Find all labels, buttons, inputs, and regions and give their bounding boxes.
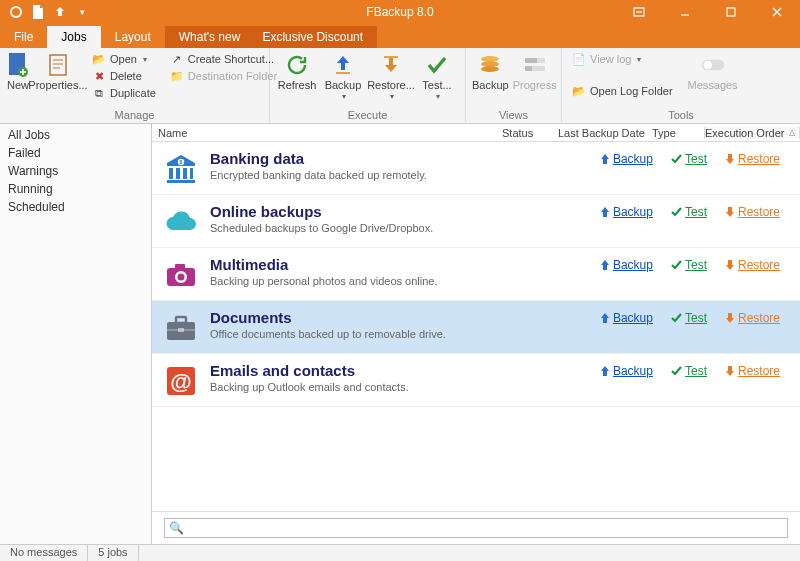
create-shortcut-button[interactable]: ↗Create Shortcut...	[166, 51, 281, 67]
app-icon	[8, 4, 24, 20]
progress-button[interactable]: Progress	[513, 51, 557, 91]
upload-arrow-icon	[331, 53, 355, 77]
job-test-link[interactable]: Test	[671, 205, 707, 219]
shortcut-icon: ↗	[170, 52, 184, 66]
svg-text:@: @	[170, 369, 191, 394]
properties-button[interactable]: Properties...	[34, 51, 82, 91]
filter-failed[interactable]: Failed	[0, 144, 151, 162]
title-bar: ▾ FBackup 8.0	[0, 0, 800, 24]
column-header: Name Status Last Backup Date Type Execut…	[152, 124, 800, 142]
job-row[interactable]: Online backupsScheduled backups to Googl…	[152, 195, 800, 248]
job-list: $Banking dataEncrypted banking data back…	[152, 142, 800, 511]
filter-all-jobs[interactable]: All Jobs	[0, 126, 151, 144]
svg-rect-4	[727, 8, 735, 16]
minimize-icon[interactable]	[662, 0, 708, 24]
job-actions: BackupTestRestore	[600, 150, 788, 166]
view-log-button[interactable]: 📄View log▾	[568, 51, 677, 67]
open-log-folder-button[interactable]: 📂Open Log Folder	[568, 83, 677, 99]
job-restore-link[interactable]: Restore	[725, 311, 780, 325]
tab-jobs[interactable]: Jobs	[47, 26, 100, 48]
col-name[interactable]: Name	[152, 127, 502, 139]
briefcase-icon	[164, 311, 198, 345]
tab-strip: File Jobs Layout What's new Exclusive Di…	[0, 24, 800, 48]
content: Name Status Last Backup Date Type Execut…	[152, 124, 800, 544]
job-backup-link[interactable]: Backup	[600, 311, 653, 325]
backup-view-button[interactable]: Backup	[472, 51, 509, 91]
backup-button[interactable]: Backup▾	[322, 51, 364, 102]
job-desc: Scheduled backups to Google Drive/Dropbo…	[210, 222, 588, 234]
filter-running[interactable]: Running	[0, 180, 151, 198]
folder-log-icon: 📂	[572, 84, 586, 98]
search-input[interactable]	[188, 522, 783, 534]
svg-rect-32	[175, 264, 185, 269]
delete-button[interactable]: ✖Delete	[88, 68, 160, 84]
open-button[interactable]: 📂Open▾	[88, 51, 160, 67]
tab-file[interactable]: File	[0, 26, 47, 48]
destination-folder-button[interactable]: 📁Destination Folder	[166, 68, 281, 84]
job-row[interactable]: DocumentsOffice documents backed up to r…	[152, 301, 800, 354]
svg-point-34	[178, 274, 185, 281]
col-exec-order[interactable]: Execution Order△	[704, 127, 800, 139]
job-backup-link[interactable]: Backup	[600, 364, 653, 378]
job-backup-link[interactable]: Backup	[600, 258, 653, 272]
job-actions: BackupTestRestore	[600, 309, 788, 325]
job-info: MultimediaBacking up personal photos and…	[210, 256, 588, 287]
plus-icon	[6, 53, 30, 77]
job-info: Banking dataEncrypted banking data backe…	[210, 150, 588, 181]
job-backup-link[interactable]: Backup	[600, 152, 653, 166]
svg-rect-13	[336, 72, 350, 74]
folder-icon: 📁	[170, 69, 184, 83]
svg-rect-21	[525, 66, 532, 71]
bank-icon: $	[164, 152, 198, 186]
duplicate-button[interactable]: ⧉Duplicate	[88, 85, 160, 101]
chevron-down-icon[interactable]: ▾	[74, 4, 90, 20]
job-row[interactable]: $Banking dataEncrypted banking data back…	[152, 142, 800, 195]
job-name: Online backups	[210, 203, 588, 220]
job-test-link[interactable]: Test	[671, 311, 707, 325]
tab-layout[interactable]: Layout	[101, 26, 165, 48]
svg-rect-26	[169, 168, 173, 179]
test-button[interactable]: Test...▾	[418, 51, 456, 102]
job-restore-link[interactable]: Restore	[725, 205, 780, 219]
new-button[interactable]: New	[6, 51, 30, 91]
group-manage-label: Manage	[0, 108, 269, 123]
camera-icon	[164, 258, 198, 292]
svg-rect-30	[167, 180, 195, 183]
new-file-icon[interactable]	[30, 4, 46, 20]
job-desc: Backing up personal photos and videos on…	[210, 275, 588, 287]
ribbon: New Properties... 📂Open▾ ✖Delete ⧉Duplic…	[0, 48, 800, 124]
tab-exclusive-discount[interactable]: Exclusive Discount	[248, 26, 377, 48]
job-row[interactable]: MultimediaBacking up personal photos and…	[152, 248, 800, 301]
collapse-ribbon-icon[interactable]	[616, 0, 662, 24]
close-icon[interactable]	[754, 0, 800, 24]
filter-scheduled[interactable]: Scheduled	[0, 198, 151, 216]
refresh-button[interactable]: Refresh	[276, 51, 318, 91]
job-restore-link[interactable]: Restore	[725, 364, 780, 378]
group-execute-label: Execute	[270, 108, 465, 123]
svg-rect-27	[176, 168, 180, 179]
job-test-link[interactable]: Test	[671, 258, 707, 272]
col-status[interactable]: Status	[502, 127, 558, 139]
restore-button[interactable]: Restore...▾	[368, 51, 414, 102]
search-box[interactable]: 🔍	[164, 518, 788, 538]
status-messages: No messages	[0, 545, 88, 561]
refresh-icon	[285, 53, 309, 77]
svg-rect-20	[525, 58, 537, 63]
job-backup-link[interactable]: Backup	[600, 205, 653, 219]
job-test-link[interactable]: Test	[671, 364, 707, 378]
job-test-link[interactable]: Test	[671, 152, 707, 166]
svg-rect-9	[50, 55, 66, 75]
col-type[interactable]: Type	[652, 127, 704, 139]
job-restore-link[interactable]: Restore	[725, 152, 780, 166]
tab-whats-new[interactable]: What's new	[165, 26, 255, 48]
job-name: Banking data	[210, 150, 588, 167]
maximize-icon[interactable]	[708, 0, 754, 24]
messages-button[interactable]: Messages	[687, 51, 739, 91]
job-row[interactable]: @Emails and contactsBacking up Outlook e…	[152, 354, 800, 407]
upload-icon[interactable]	[52, 4, 68, 20]
progress-icon	[523, 53, 547, 77]
filter-warnings[interactable]: Warnings	[0, 162, 151, 180]
col-last-backup[interactable]: Last Backup Date	[558, 127, 652, 139]
job-restore-link[interactable]: Restore	[725, 258, 780, 272]
svg-point-17	[481, 66, 499, 72]
